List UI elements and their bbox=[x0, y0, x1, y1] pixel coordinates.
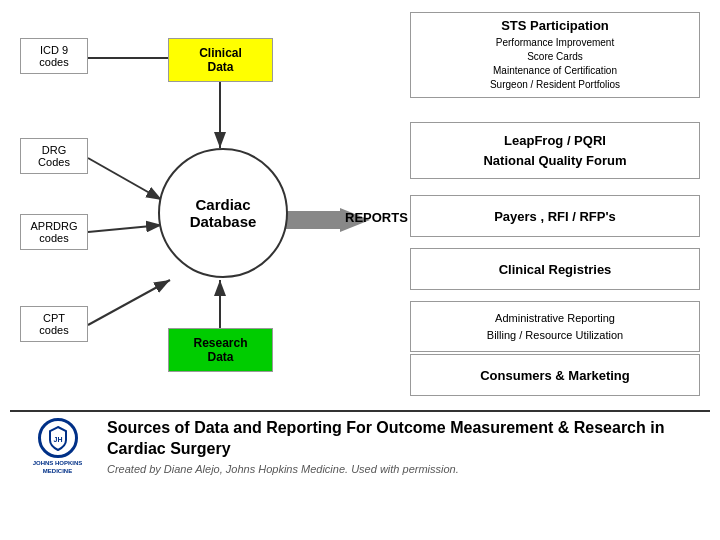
main-container: Clinical Data Cardiac Database Research … bbox=[0, 0, 720, 540]
cardiac-circle: Cardiac Database bbox=[158, 148, 288, 278]
drg-label: DRG Codes bbox=[38, 144, 70, 168]
research-data-label: Research Data bbox=[193, 336, 247, 364]
registries-label: Clinical Registries bbox=[499, 262, 612, 277]
research-data-box: Research Data bbox=[168, 328, 273, 372]
clinical-data-label: Clinical Data bbox=[199, 46, 242, 74]
sts-sub: Performance Improvement Score Cards Main… bbox=[419, 36, 691, 92]
footer-subtitle: Created by Diane Alejo, Johns Hopkins Me… bbox=[107, 463, 700, 475]
payers-label: Payers , RFI / RFP's bbox=[494, 209, 616, 224]
cardiac-label: Cardiac Database bbox=[190, 196, 257, 230]
admin-label: Administrative Reporting Billing / Resou… bbox=[487, 310, 623, 343]
svg-line-2 bbox=[88, 158, 162, 200]
consumers-box: Consumers & Marketing bbox=[410, 354, 700, 396]
registries-box: Clinical Registries bbox=[410, 248, 700, 290]
cpt-box: CPT codes bbox=[20, 306, 88, 342]
sts-title: STS Participation bbox=[419, 18, 691, 33]
footer: JH JOHNS HOPKINS MEDICINE Sources of Dat… bbox=[10, 410, 710, 478]
jh-text: JOHNS HOPKINS MEDICINE bbox=[33, 460, 83, 476]
diagram-wrapper: Clinical Data Cardiac Database Research … bbox=[10, 10, 710, 410]
footer-title: Sources of Data and Reporting For Outcom… bbox=[107, 418, 700, 460]
footer-text: Sources of Data and Reporting For Outcom… bbox=[107, 418, 700, 475]
reports-label: REPORTS bbox=[345, 210, 400, 225]
jh-logo-svg: JH bbox=[44, 424, 72, 452]
svg-line-4 bbox=[88, 280, 170, 325]
icd9-box: ICD 9 codes bbox=[20, 38, 88, 74]
consumers-label: Consumers & Marketing bbox=[480, 368, 630, 383]
admin-box: Administrative Reporting Billing / Resou… bbox=[410, 301, 700, 352]
leapfrog-label: LeapFrog / PQRI National Quality Forum bbox=[483, 131, 626, 170]
aprdrg-box: APRDRG codes bbox=[20, 214, 88, 250]
payers-box: Payers , RFI / RFP's bbox=[410, 195, 700, 237]
jh-logo: JH JOHNS HOPKINS MEDICINE bbox=[20, 418, 95, 476]
icd9-label: ICD 9 codes bbox=[39, 44, 68, 68]
clinical-data-box: Clinical Data bbox=[168, 38, 273, 82]
drg-box: DRG Codes bbox=[20, 138, 88, 174]
jh-logo-circle: JH bbox=[38, 418, 78, 458]
svg-text:JH: JH bbox=[53, 436, 62, 443]
svg-line-3 bbox=[88, 225, 162, 232]
aprdrg-label: APRDRG codes bbox=[30, 220, 77, 244]
sts-box: STS Participation Performance Improvemen… bbox=[410, 12, 700, 98]
leapfrog-box: LeapFrog / PQRI National Quality Forum bbox=[410, 122, 700, 179]
cpt-label: CPT codes bbox=[39, 312, 68, 336]
